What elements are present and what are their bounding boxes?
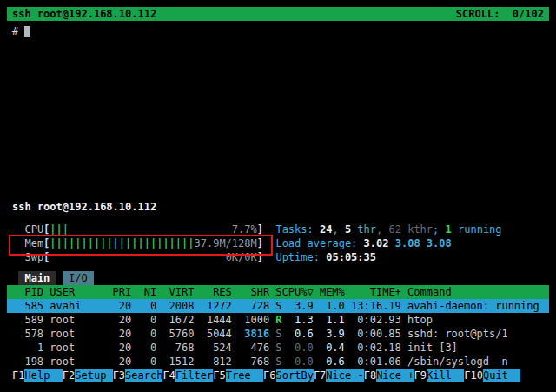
fkey-number: F5 <box>213 369 225 382</box>
fkey-sortby[interactable]: F6SortBy <box>263 369 314 382</box>
cell-ni: 0 <box>131 327 156 341</box>
mem-meter-line: Mem [ |||||||||||||||||||||||37.9M/128M … <box>7 236 549 250</box>
fkey-number: F1 <box>12 369 24 382</box>
cell-shr: 728 <box>232 299 269 313</box>
terminal-screen: ssh root@192.168.10.112 SCROLL: 0/102 # … <box>0 0 556 392</box>
load-fifteen: 3.08 <box>420 236 452 250</box>
cell-pri: 20 <box>106 327 131 341</box>
cpu-meter-value: 7.7% <box>232 223 257 236</box>
fkey-search[interactable]: F3Search <box>113 369 163 382</box>
cpu-bars: ||| <box>50 223 69 236</box>
cell-res: 5044 <box>194 327 231 341</box>
cell-res: 1272 <box>194 299 231 313</box>
thread-label: thr <box>351 223 376 236</box>
bracket-close: ] <box>257 236 263 250</box>
cell-ni: 0 <box>131 355 156 369</box>
header-cpu-sort[interactable]: CPU%▽ <box>282 285 314 299</box>
mem-bars-used: |||||||||| <box>50 237 112 249</box>
swap-meter-line: Swp [ 0K/0K ] Uptime: 05:05:35 <box>7 250 549 264</box>
separator: , <box>332 223 344 236</box>
fkey-number: F9 <box>414 369 427 382</box>
fkey-label: Help <box>24 369 62 382</box>
screen-tabs: Main I/O <box>7 271 549 285</box>
top-terminal-pane[interactable]: ssh root@192.168.10.112 SCROLL: 0/102 # <box>7 7 549 38</box>
fkey-number: F8 <box>364 369 376 382</box>
cell-state: S <box>269 327 281 341</box>
header-shr[interactable]: SHR <box>232 285 269 299</box>
fkey-number: F4 <box>162 369 175 382</box>
fkey-label: Setup <box>75 369 112 382</box>
process-table-header: PID USER PRI NI VIRT RES SHR S CPU%▽ MEM… <box>7 285 549 299</box>
fkey-number: F10 <box>464 369 483 382</box>
cell-user: avahi <box>50 299 106 313</box>
cell-virt: 5760 <box>156 327 194 341</box>
cell-cpu: 3.9 <box>282 299 314 313</box>
fkey-nice-plus[interactable]: F8Nice + <box>364 369 414 382</box>
cell-mem: 1.0 <box>314 299 345 313</box>
process-row-selected[interactable]: 585 avahi 20 0 2008 1272 728 S 3.9 1.0 1… <box>7 299 549 313</box>
fkey-number: F6 <box>263 369 275 382</box>
cell-shr: 3816 <box>232 327 269 341</box>
bottom-terminal-pane[interactable]: ssh root@192.168.10.112 CPU [ |||7.7% ] … <box>7 200 549 382</box>
process-row[interactable]: 1 root 20 0 768 524 476 S 0.0 0.4 0:02.1… <box>7 341 549 355</box>
fkey-nice-minus[interactable]: F7Nice - <box>314 369 364 382</box>
cell-mem: 0.6 <box>314 355 345 369</box>
header-user[interactable]: USER <box>50 285 106 299</box>
cell-cpu: 0.6 <box>282 327 314 341</box>
fkey-label: Quit <box>483 369 520 382</box>
header-pri[interactable]: PRI <box>106 285 131 299</box>
tasks-total: 24 <box>320 223 332 236</box>
fkey-help[interactable]: F1Help <box>12 369 63 382</box>
fkey-label: Tree <box>226 369 263 382</box>
header-ni[interactable]: NI <box>131 285 156 299</box>
cell-time: 0:02.18 <box>345 341 401 355</box>
cpu-meter-line: CPU [ |||7.7% ] Tasks: 24, 5 thr, 62 kth… <box>7 223 549 236</box>
cell-time: 0:00.85 <box>345 327 401 341</box>
cell-mem: 0.4 <box>314 341 345 355</box>
header-virt[interactable]: VIRT <box>156 285 194 299</box>
header-command[interactable]: Command <box>407 285 549 299</box>
process-row[interactable]: 589 root 20 0 1672 1444 1000 R 1.3 1.1 0… <box>7 313 549 327</box>
tab-main[interactable]: Main <box>18 271 56 285</box>
cell-mem: 1.1 <box>314 313 345 327</box>
thread-count: 5 <box>345 223 351 236</box>
fkey-tree[interactable]: F5Tree <box>213 369 263 382</box>
uptime-stat: Uptime: 05:05:35 <box>275 250 376 264</box>
header-res[interactable]: RES <box>194 285 231 299</box>
header-mem[interactable]: MEM% <box>314 285 345 299</box>
tab-io[interactable]: I/O <box>63 271 94 285</box>
cell-res: 812 <box>194 355 231 369</box>
header-state[interactable]: S <box>269 285 281 299</box>
process-row[interactable]: 578 root 20 0 5760 5044 3816 S 0.6 3.9 0… <box>7 327 549 341</box>
cell-command: avahi-daemon: running <box>407 299 549 313</box>
cell-state: S <box>269 355 281 369</box>
cell-time: 13:16.19 <box>345 299 401 313</box>
fkey-quit[interactable]: F10Quit <box>464 369 520 382</box>
cell-ni: 0 <box>131 299 156 313</box>
shell-prompt-line[interactable]: # <box>7 24 549 38</box>
cell-shr: 768 <box>232 355 269 369</box>
cell-virt: 1512 <box>156 355 194 369</box>
cell-pri: 20 <box>106 355 131 369</box>
uptime-label: Uptime: <box>275 250 326 264</box>
cell-mem: 3.9 <box>314 327 345 341</box>
cell-cpu: 0.0 <box>282 341 314 355</box>
cell-pid: 589 <box>12 313 43 327</box>
cell-cpu: 0.0 <box>282 355 314 369</box>
load-five: 3.08 <box>388 236 420 250</box>
fkey-label: SortBy <box>276 369 314 382</box>
process-row[interactable]: 198 root 20 0 1512 812 768 S 0.0 0.6 0:0… <box>7 355 549 369</box>
fkey-kill[interactable]: F9Kill <box>414 369 465 382</box>
swap-meter-value: 0K/0K <box>226 250 257 264</box>
fkey-setup[interactable]: F2Setup <box>63 369 113 382</box>
fkey-filter[interactable]: F4Filter <box>162 369 213 382</box>
uptime-value: 05:05:35 <box>326 250 376 264</box>
fkey-number: F7 <box>314 369 326 382</box>
separator: ; <box>433 223 445 236</box>
swap-meter-bar: 0K/0K <box>50 250 256 264</box>
fkey-label: Search <box>125 369 162 382</box>
header-pid[interactable]: PID <box>12 285 43 299</box>
bracket-close: ] <box>257 250 263 264</box>
load-label: Load average: <box>275 236 363 250</box>
header-time[interactable]: TIME+ <box>345 285 401 299</box>
